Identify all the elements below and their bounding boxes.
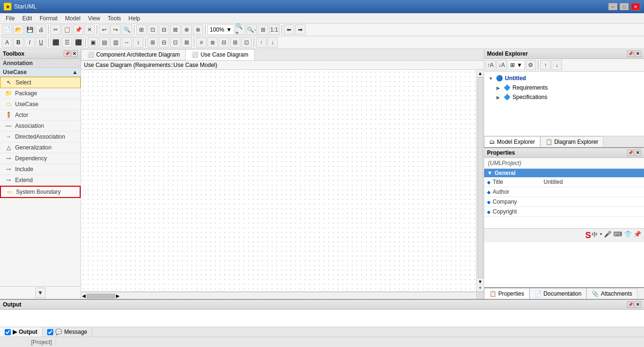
tb2-t[interactable]: ↓ [267,37,278,48]
exp-filter-dropdown[interactable]: ⊞ ▼ [508,60,525,70]
prop-value-author[interactable] [541,190,644,193]
exp-sort-za[interactable]: ↓A [496,60,507,70]
properties-pin[interactable]: 📌 [627,149,634,156]
tree-item-requirements[interactable]: ▶ 🔷 Requirements [494,83,642,92]
scroll-up-btn[interactable]: ▲ [478,71,483,76]
copy-button[interactable]: 📋 [62,25,72,35]
expander-requirements[interactable]: ▶ [495,85,501,91]
fit-button[interactable]: ⊞ [258,25,268,35]
toolbox-dependency-item[interactable]: ⤍ Dependency [0,153,81,164]
expander-specifications[interactable]: ▶ [495,94,501,100]
tree-item-specifications[interactable]: ▶ 🔷 Specifications [494,92,642,102]
save-button[interactable]: 💾 [25,25,35,35]
tb-btn-b[interactable]: ⊡ [148,25,158,35]
exp-settings[interactable]: ⚙ [526,60,536,70]
tb-btn-e[interactable]: ⊕ [182,25,192,35]
tab-output[interactable]: ▶ Output [0,327,42,337]
tb2-b[interactable]: B [13,37,24,48]
tab-documentation[interactable]: 📄 Documentation [529,288,587,299]
undo-button[interactable]: ↩ [99,25,109,35]
tb2-r[interactable]: ⊡ [241,37,252,48]
tb-btn-a[interactable]: ⊞ [136,25,147,35]
tb2-l[interactable]: ⊡ [170,37,181,48]
exp-down[interactable]: ↓ [552,60,562,70]
tab-component-arch[interactable]: ⬜ Component Architecture Diagram [81,49,186,60]
tab-usecase-diagram[interactable]: ⬜ Use Case Diagram [185,49,254,60]
diagram-scrollbar-h[interactable]: ◀ ▶ [81,292,476,299]
tb-btn-f[interactable]: ⊗ [193,25,203,35]
toolbox-extend-item[interactable]: ⤍ Extend [0,175,81,186]
properties-close[interactable]: ✕ [635,149,641,156]
close-button[interactable]: ✕ [631,3,640,10]
menu-view[interactable]: View [84,14,104,23]
scroll-left-btn[interactable]: ◀ [82,293,86,298]
toolbox-actor-item[interactable]: 🧍 Actor [0,110,81,121]
tab-properties[interactable]: 📋 Properties [484,288,529,299]
tb2-p[interactable]: ⊟ [219,37,229,48]
tb2-k[interactable]: ⊟ [159,37,169,48]
zoom-out-button[interactable]: 🔍- [247,25,257,35]
scroll-right-btn[interactable]: ▶ [116,293,120,298]
prop-value-company[interactable] [541,200,644,203]
tb2-o[interactable]: ≣ [207,37,218,48]
delete-button[interactable]: ✕ [84,25,95,35]
tb2-h[interactable]: ↔ [122,37,132,48]
tb2-j[interactable]: ⊞ [148,37,158,48]
toolbox-package-item[interactable]: 📁 Package [0,88,81,99]
diagram-canvas[interactable] [81,70,476,291]
tb-nav1[interactable]: ⬅ [284,25,294,35]
menu-tools[interactable]: Tools [104,14,125,23]
toolbox-systemboundary-item[interactable]: ▭ System Boundary [0,186,81,198]
tb2-f[interactable]: ▤ [99,37,109,48]
tb2-a[interactable]: A [2,37,12,48]
toolbox-directedassoc-item[interactable]: → DirectedAssociation [0,132,81,142]
menu-model[interactable]: Model [61,14,84,23]
toolbox-pin-button[interactable]: 📌 [64,50,70,57]
tb2-align-left[interactable]: ⬛ [50,37,61,48]
print-button[interactable]: 🖨 [36,25,46,35]
tb2-i[interactable]: ↕ [133,37,143,48]
exp-up[interactable]: ↑ [540,60,551,70]
add-diagram-btn[interactable]: + [479,285,482,290]
tree-item-untitled[interactable]: ▼ 🔵 Untitled [486,74,642,83]
tb2-m[interactable]: ⊠ [182,37,192,48]
tb-btn-c[interactable]: ⊟ [159,25,169,35]
message-checkbox[interactable] [47,329,53,335]
toolbox-scroll-down[interactable]: ▼ [35,288,46,298]
tb2-s[interactable]: ↑ [256,37,266,48]
model-explorer-pin[interactable]: 📌 [627,50,634,57]
model-explorer-close[interactable]: ✕ [635,50,641,57]
tb2-d[interactable]: U [36,37,46,48]
tb2-n[interactable]: ≡ [196,37,206,48]
output-pin[interactable]: 📌 [627,301,634,308]
exp-sort-az[interactable]: ↑A [485,60,495,70]
toolbox-association-item[interactable]: — Association [0,121,81,132]
prop-value-copyright[interactable] [541,210,644,213]
find-button[interactable]: 🔍 [122,25,132,35]
cut-button[interactable]: ✂ [50,25,61,35]
tb2-align-right[interactable]: ⬛ [73,37,83,48]
actual-size-button[interactable]: 1:1 [269,25,280,35]
tb2-c[interactable]: I [25,37,35,48]
paste-button[interactable]: 📌 [73,25,83,35]
tab-message[interactable]: 💬 Message [42,327,92,337]
menu-format[interactable]: Format [36,14,61,23]
maximize-button[interactable]: □ [619,3,629,10]
tb-btn-d[interactable]: ⊠ [170,25,181,35]
output-checkbox[interactable] [5,329,11,335]
toolbox-include-item[interactable]: ⤍ Include [0,164,81,175]
toolbox-select-item[interactable]: ↖ Select [0,77,81,88]
tb-nav2[interactable]: ➡ [295,25,305,35]
toolbox-close-button[interactable]: ✕ [71,50,78,57]
zoom-in-button[interactable]: 🔍+ [235,25,246,35]
tab-model-explorer[interactable]: 🗂 Model Explorer [484,136,540,147]
new-button[interactable]: 📄 [2,25,12,35]
scroll-thumb-v[interactable] [478,77,483,278]
open-button[interactable]: 📂 [13,25,24,35]
tab-diagram-explorer[interactable]: 📋 Diagram Explorer [540,136,603,147]
tb2-q[interactable]: ⊞ [230,37,240,48]
diagram-scrollbar-v[interactable]: ▲ ▼ + [476,70,484,291]
usecase-category[interactable]: UseCase ▲ [0,68,81,77]
minimize-button[interactable]: ─ [608,3,618,10]
tb2-align-center[interactable]: ☰ [62,37,72,48]
